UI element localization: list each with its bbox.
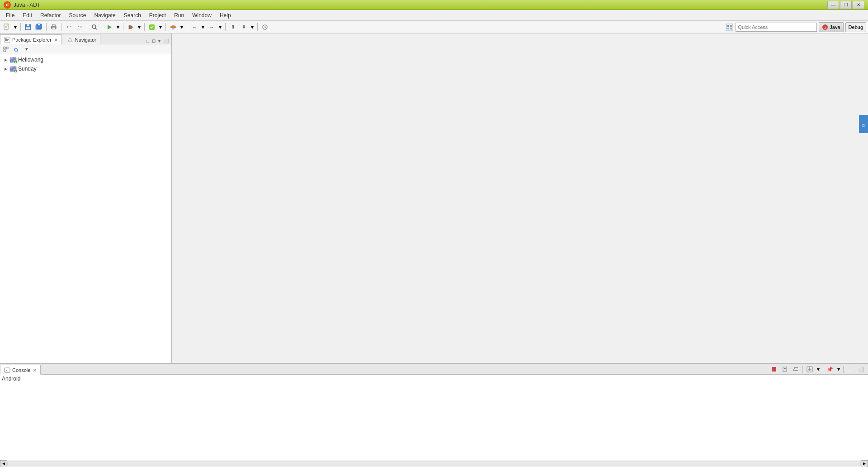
title-bar-controls: — ❐ ✕ (827, 1, 864, 9)
bottom-panel-content: Android (0, 375, 868, 460)
tab-console-label: Console (12, 367, 30, 373)
navigator-tab-icon (67, 37, 73, 43)
next-annotation-button[interactable]: ⬇ (239, 22, 249, 32)
svg-rect-51 (783, 367, 787, 372)
view-menu-button[interactable]: ▾ (157, 38, 161, 44)
java-perspective-label: Java (830, 24, 840, 30)
annotation-dropdown-button[interactable]: ▾ (250, 22, 255, 32)
tab-console-close[interactable]: ✕ (33, 368, 37, 373)
new-dropdown-button[interactable]: ▾ (13, 22, 18, 32)
main-layout: Package Explorer ✕ Navigator □ ⊡ ▾ ⬜ (0, 33, 868, 467)
svg-rect-21 (172, 28, 175, 29)
tab-package-explorer-close[interactable]: ✕ (54, 38, 58, 43)
tree-label-sunday: Sunday (18, 66, 37, 72)
svg-rect-39 (10, 57, 13, 59)
quick-access-input[interactable] (736, 23, 817, 32)
previous-annotation-button[interactable]: ⬆ (228, 22, 238, 32)
coverage-dropdown-button[interactable]: ▾ (158, 22, 163, 32)
svg-rect-52 (784, 368, 786, 369)
collapse-all-button[interactable] (1, 44, 11, 54)
new-button[interactable] (2, 22, 12, 32)
menu-edit[interactable]: Edit (19, 11, 36, 20)
open-perspective-button[interactable] (726, 23, 734, 31)
forward-dropdown-button[interactable]: ▾ (217, 22, 223, 32)
external-tools-button[interactable] (168, 22, 178, 32)
tree-item-hellowang[interactable]: ▶ A Hellowang (0, 55, 171, 64)
toolbar-separator-3 (61, 23, 61, 31)
debug-perspective-button[interactable]: Debug (845, 22, 866, 32)
external-tools-dropdown-button[interactable]: ▾ (179, 22, 184, 32)
left-panel-toolbar: ▾ (0, 44, 171, 54)
tree-arrow-hellowang: ▶ (4, 57, 8, 62)
menu-window[interactable]: Window (188, 11, 216, 20)
tree-arrow-sunday: ▶ (4, 67, 8, 71)
restore-button[interactable]: ❐ (840, 1, 852, 9)
close-button[interactable]: ✕ (853, 1, 864, 9)
tab-console[interactable]: >_ Console ✕ (0, 365, 41, 375)
minimize-button[interactable]: — (827, 1, 839, 9)
bottom-scrollbar[interactable]: ◀ ▶ (0, 460, 868, 467)
maximize-panel-button[interactable]: ⬜ (162, 38, 170, 44)
svg-rect-19 (170, 26, 176, 28)
maximize-bottom-button[interactable]: ⬜ (856, 364, 866, 374)
bottom-toolbar-sep (802, 366, 803, 373)
menu-help[interactable]: Help (216, 11, 235, 20)
last-edit-button[interactable] (260, 22, 270, 32)
coverage-button[interactable] (147, 22, 157, 32)
scroll-right-button[interactable]: ▶ (861, 460, 868, 467)
print-button[interactable] (49, 22, 59, 32)
menu-file[interactable]: File (2, 11, 19, 20)
scroll-track[interactable] (7, 462, 861, 466)
toolbar-separator-5 (102, 23, 102, 31)
back-dropdown-button[interactable]: ▾ (200, 22, 206, 32)
scroll-lock-button[interactable] (780, 364, 790, 374)
console-dropdown-button[interactable]: ▾ (816, 364, 821, 374)
link-with-editor-button[interactable] (11, 44, 21, 54)
svg-rect-32 (5, 39, 9, 40)
run-dropdown-button[interactable]: ▾ (115, 22, 121, 32)
menu-run[interactable]: Run (170, 11, 188, 20)
run-button[interactable] (104, 22, 114, 32)
undo-button[interactable]: ↩ (64, 22, 74, 32)
bottom-panel-tabs: >_ Console ✕ (0, 364, 868, 375)
svg-rect-26 (727, 28, 729, 29)
project-icon-hellowang: A (9, 56, 17, 63)
svg-marker-34 (68, 38, 72, 42)
terminate-button[interactable] (769, 364, 779, 374)
menu-source[interactable]: Source (65, 11, 90, 20)
menu-project[interactable]: Project (145, 11, 170, 20)
toolbar-separator-9 (187, 23, 187, 31)
tab-package-explorer[interactable]: Package Explorer ✕ (0, 34, 62, 44)
back-button[interactable]: ← (189, 22, 199, 32)
redo-button[interactable]: ↪ (75, 22, 85, 32)
svg-rect-8 (38, 24, 40, 25)
pin-console-button[interactable]: 📌 (825, 364, 835, 374)
bottom-panel-toolbar: ▾ 📌 ▾ — ⬜ (769, 364, 868, 374)
menu-refactor[interactable]: Refactor (36, 11, 65, 20)
expand-panel-button[interactable]: ⊡ (151, 38, 156, 44)
forward-button[interactable]: → (207, 22, 217, 32)
menu-search[interactable]: Search (120, 11, 145, 20)
tree-item-sunday[interactable]: ▶ A Sunday (0, 64, 171, 73)
new-console-button[interactable] (805, 364, 815, 374)
menu-navigate[interactable]: Navigate (90, 11, 119, 20)
minimize-panel-button[interactable]: □ (146, 38, 150, 44)
title-bar: d Java - ADT — ❐ ✕ (0, 0, 868, 10)
svg-rect-24 (727, 25, 729, 27)
debug-button[interactable] (126, 22, 136, 32)
save-all-button[interactable] (34, 22, 44, 32)
tab-navigator[interactable]: Navigator (63, 34, 100, 44)
scroll-left-button[interactable]: ◀ (0, 460, 7, 467)
search-button[interactable] (90, 22, 99, 32)
pin-dropdown-button[interactable]: ▾ (836, 364, 841, 374)
content-area: Package Explorer ✕ Navigator □ ⊡ ▾ ⬜ (0, 33, 868, 363)
debug-dropdown-button[interactable]: ▾ (137, 22, 142, 32)
svg-rect-31 (5, 38, 7, 39)
minimize-bottom-button[interactable]: — (845, 364, 855, 374)
right-side-panel-icon[interactable]: © (859, 115, 868, 133)
panel-view-menu-button[interactable]: ▾ (22, 44, 32, 54)
java-perspective-button[interactable]: J Java (819, 22, 843, 32)
clear-console-button[interactable] (791, 364, 801, 374)
save-button[interactable] (23, 22, 33, 32)
tree-label-hellowang: Hellowang (18, 57, 43, 63)
